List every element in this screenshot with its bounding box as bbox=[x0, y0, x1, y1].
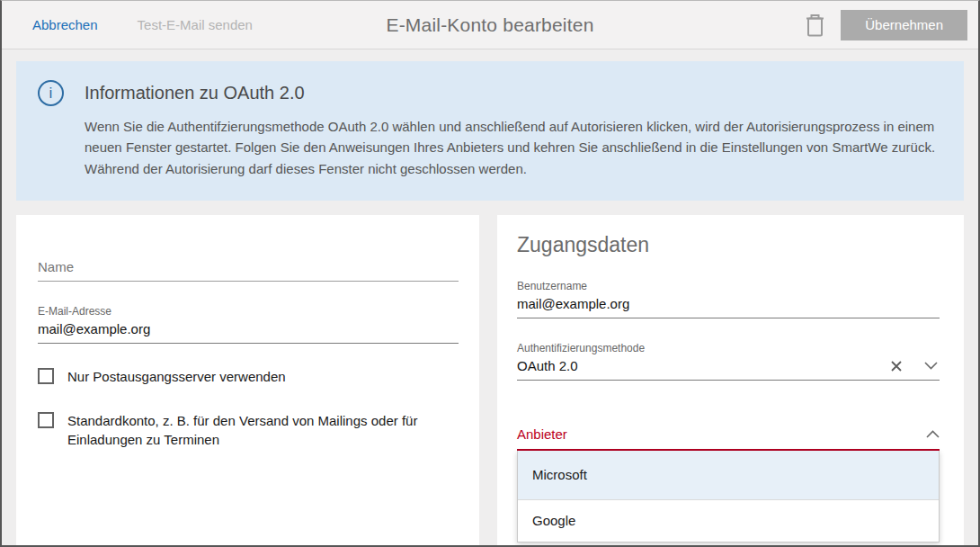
email-input[interactable] bbox=[38, 318, 459, 344]
checkbox-outgoing-only[interactable]: Nur Postausgangsserver verwenden bbox=[38, 367, 459, 387]
info-box-title: Informationen zu OAuth 2.0 bbox=[85, 83, 305, 103]
send-test-email-button[interactable]: Test-E-Mail senden bbox=[138, 17, 253, 32]
provider-field[interactable]: Anbieter bbox=[517, 426, 940, 451]
account-settings-panel: E-Mail-Adresse Nur Postausgangsserver ve… bbox=[16, 215, 479, 546]
email-field: E-Mail-Adresse bbox=[38, 305, 459, 344]
provider-dropdown: Microsoft Google bbox=[517, 451, 940, 543]
checkbox-default-account-box[interactable] bbox=[38, 412, 54, 428]
topbar-actions: Übernehmen bbox=[803, 10, 967, 40]
info-box-header: i Informationen zu OAuth 2.0 bbox=[38, 80, 942, 106]
apply-button[interactable]: Übernehmen bbox=[841, 10, 967, 40]
chevron-up-icon[interactable] bbox=[926, 430, 940, 438]
provider-option-microsoft[interactable]: Microsoft bbox=[518, 451, 939, 500]
chevron-down-icon[interactable] bbox=[924, 362, 938, 370]
info-box-text: Wenn Sie die Authentifzierungsmethode OA… bbox=[85, 116, 940, 179]
checkbox-default-account[interactable]: Standardkonto, z. B. für den Versand von… bbox=[38, 411, 459, 451]
auth-method-input[interactable] bbox=[517, 355, 940, 381]
credentials-panel: Zugangsdaten Benutzername Authentifizier… bbox=[497, 215, 964, 546]
username-input[interactable] bbox=[517, 293, 940, 318]
checkbox-outgoing-only-label: Nur Postausgangsserver verwenden bbox=[67, 367, 286, 387]
name-input[interactable] bbox=[38, 255, 459, 282]
auth-method-icons bbox=[890, 360, 938, 372]
trash-icon[interactable] bbox=[803, 12, 826, 39]
credentials-title: Zugangsdaten bbox=[517, 233, 940, 257]
username-field: Benutzername bbox=[517, 280, 940, 318]
provider-option-google[interactable]: Google bbox=[518, 500, 939, 542]
provider-field-label: Anbieter bbox=[517, 426, 567, 442]
clear-icon[interactable] bbox=[890, 360, 903, 372]
content-area: E-Mail-Adresse Nur Postausgangsserver ve… bbox=[16, 215, 964, 546]
auth-method-field: Authentifizierungsmethode bbox=[517, 342, 940, 381]
cancel-button[interactable]: Abbrechen bbox=[32, 17, 98, 32]
checkbox-default-account-label: Standardkonto, z. B. für den Versand von… bbox=[67, 411, 445, 451]
info-icon: i bbox=[38, 80, 64, 106]
email-account-edit-window: Abbrechen Test-E-Mail senden E-Mail-Kont… bbox=[0, 0, 980, 547]
email-field-label: E-Mail-Adresse bbox=[38, 305, 459, 318]
name-field bbox=[38, 255, 459, 282]
auth-method-field-label: Authentifizierungsmethode bbox=[517, 342, 940, 354]
username-field-label: Benutzername bbox=[517, 280, 940, 292]
topbar: Abbrechen Test-E-Mail senden E-Mail-Kont… bbox=[2, 1, 978, 49]
oauth-info-box: i Informationen zu OAuth 2.0 Wenn Sie di… bbox=[16, 61, 964, 201]
checkbox-outgoing-only-box[interactable] bbox=[38, 368, 54, 384]
